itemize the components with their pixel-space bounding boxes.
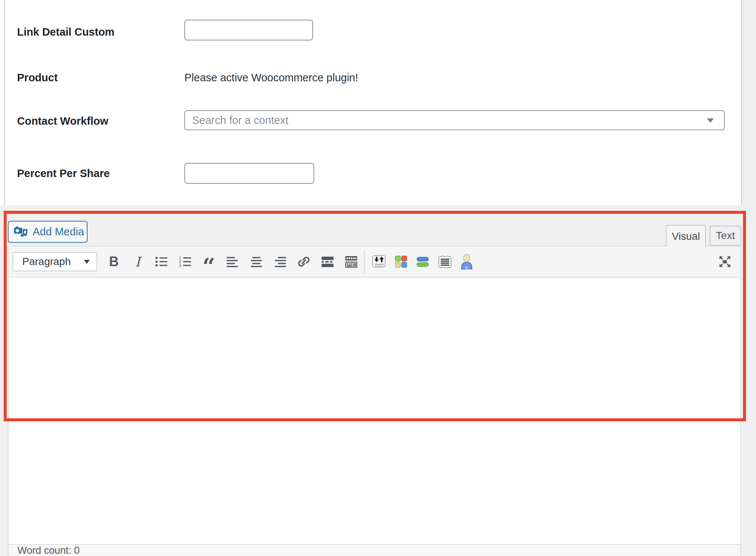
toolbar-separator: [364, 250, 365, 274]
field-label-product: Product: [17, 72, 58, 84]
numbered-list-button[interactable]: 1 2 3: [178, 254, 193, 269]
editor-toolbar: Paragraph B I 1 2 3: [9, 246, 740, 278]
numbered-list-icon: 1 2 3: [178, 255, 192, 268]
percent-per-share-input[interactable]: [184, 163, 314, 184]
import-export-button[interactable]: [372, 254, 387, 269]
color-bars-button[interactable]: [415, 254, 430, 269]
fullscreen-icon: [718, 255, 732, 269]
color-bars-icon: [416, 255, 430, 268]
bulleted-list-button[interactable]: [154, 254, 169, 269]
link-detail-custom-input[interactable]: [184, 20, 313, 40]
bulleted-list-icon: [155, 255, 168, 268]
field-label-link-detail-custom: Link Detail Custom: [17, 26, 115, 38]
insert-link-button[interactable]: [296, 254, 311, 269]
italic-icon: I: [135, 254, 140, 269]
add-media-label: Add Media: [33, 226, 84, 238]
align-center-icon: [250, 255, 263, 268]
field-label-contact-workflow: Contact Workflow: [17, 115, 108, 127]
media-icon: [14, 226, 28, 238]
wp-editor-container: Paragraph B I 1 2 3: [8, 246, 741, 556]
add-media-button[interactable]: Add Media: [8, 221, 88, 243]
chevron-down-icon: [707, 118, 714, 123]
import-export-icon: [372, 255, 386, 269]
bold-button[interactable]: B: [106, 254, 121, 269]
align-left-button[interactable]: [225, 254, 240, 269]
align-left-icon: [226, 255, 239, 268]
user-icon: [460, 254, 474, 269]
read-more-icon: [321, 255, 334, 268]
page-background-strip: [742, 0, 756, 206]
notes-button[interactable]: [437, 254, 452, 269]
field-label-percent-per-share: Percent Per Share: [17, 167, 110, 179]
contact-workflow-select[interactable]: Search for a context: [184, 110, 725, 130]
align-right-button[interactable]: [273, 254, 287, 269]
svg-text:3: 3: [179, 263, 181, 268]
bold-icon: B: [109, 254, 119, 269]
tab-visual[interactable]: Visual: [666, 225, 706, 247]
read-more-button[interactable]: [320, 254, 335, 269]
toolbar-toggle-icon: [345, 255, 358, 268]
notes-icon: [438, 255, 452, 269]
user-button[interactable]: [459, 254, 474, 269]
paragraph-format-label: Paragraph: [22, 256, 84, 268]
custom-fields-panel: [4, 0, 742, 206]
blockquote-icon: “: [201, 254, 216, 269]
tab-text-label: Text: [716, 230, 735, 242]
fullscreen-button[interactable]: [717, 254, 732, 269]
editor-statusbar: Word count: 0: [9, 544, 740, 556]
tab-text[interactable]: Text: [710, 226, 741, 246]
color-grid-icon: [394, 255, 408, 268]
word-count-label: Word count:: [17, 545, 74, 556]
toolbar-toggle-button[interactable]: [344, 254, 359, 269]
word-count-value: 0: [74, 545, 80, 556]
paragraph-format-dropdown[interactable]: Paragraph: [13, 252, 97, 271]
product-notice-text: Please active Woocommerce plugin!: [184, 72, 358, 84]
admin-page: Link Detail Custom Product Please active…: [0, 0, 756, 556]
link-icon: [297, 255, 310, 268]
align-right-icon: [273, 255, 287, 268]
italic-button[interactable]: I: [130, 254, 145, 269]
chevron-down-icon: [84, 260, 90, 264]
tab-visual-label: Visual: [672, 230, 700, 242]
align-center-button[interactable]: [249, 254, 264, 269]
color-grid-button[interactable]: [394, 254, 408, 269]
blockquote-button[interactable]: “: [201, 254, 216, 269]
editor-content-area[interactable]: [9, 278, 740, 544]
contact-workflow-placeholder: Search for a context: [192, 111, 289, 130]
